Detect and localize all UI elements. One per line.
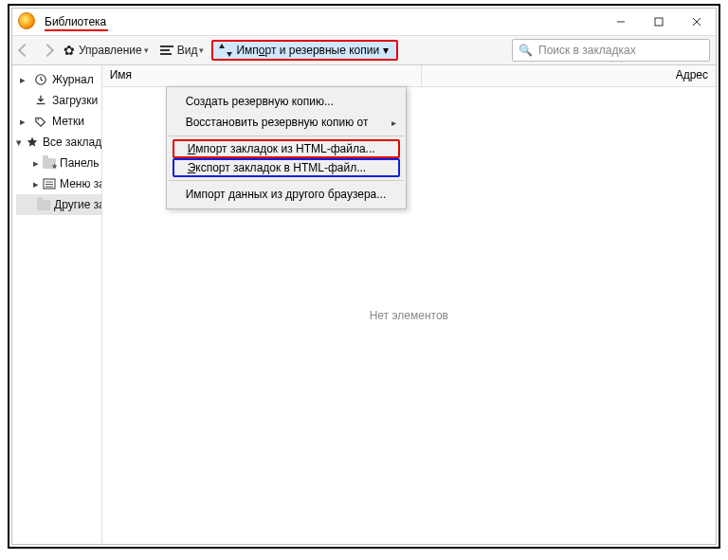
tree-label: Панель закладок [60, 156, 102, 170]
window-title-text: Библиотека [45, 15, 106, 28]
arrow-right-icon [41, 44, 54, 57]
expander-icon[interactable] [16, 75, 29, 85]
search-input[interactable]: 🔍 Поиск в закладках [512, 39, 710, 62]
svg-rect-1 [655, 18, 663, 26]
close-button[interactable] [678, 9, 716, 35]
import-export-icon [219, 44, 232, 57]
window-title: Библиотека [45, 15, 106, 28]
column-name-header[interactable]: Имя [102, 65, 422, 86]
empty-message: Нет элементов [370, 309, 448, 322]
tree-tags[interactable]: Метки [16, 111, 101, 132]
menu-restore-from[interactable]: Восстановить резервную копию от ▸ [167, 112, 406, 133]
maximize-button[interactable] [640, 9, 678, 35]
manage-dropdown[interactable]: ✿ Управление ▾ [60, 39, 153, 62]
expander-icon[interactable] [16, 117, 29, 127]
manage-label: Управление [79, 44, 142, 57]
tree-label: Все закладки [43, 135, 102, 149]
tag-icon [33, 114, 48, 129]
tree-other-bookmarks[interactable]: Другие закладки [16, 194, 101, 215]
import-backup-menu: Создать резервную копию... Восстановить … [166, 86, 407, 209]
tree-label: Метки [52, 115, 84, 128]
minimize-button[interactable] [602, 9, 640, 35]
library-window: Библиотека ✿ Управление ▾ [11, 8, 717, 545]
svg-point-8 [38, 118, 40, 120]
tree-label: Загрузки [52, 94, 98, 107]
menu-export-html[interactable]: Экспорт закладок в HTML-файл... [173, 158, 400, 177]
tree-all-bookmarks[interactable]: Все закладки [16, 132, 101, 153]
folder-star-icon: ★ [43, 155, 56, 171]
menu-import-browser[interactable]: Импорт данных из другого браузера... [167, 184, 406, 205]
annotation-underline [45, 29, 108, 31]
organize-icon [160, 45, 173, 55]
sidebar: Журнал Загрузки Метки [12, 65, 102, 544]
expander-icon[interactable] [33, 179, 39, 190]
svg-line-6 [41, 80, 43, 81]
gear-icon: ✿ [64, 43, 75, 58]
tree-history[interactable]: Журнал [16, 69, 101, 90]
column-headers: Имя Адрес [102, 65, 716, 87]
expander-icon[interactable] [33, 158, 39, 169]
submenu-caret-icon: ▸ [391, 117, 396, 128]
view-label: Вид [177, 44, 198, 57]
menu-import-html[interactable]: Импорт закладок из HTML-файла... [173, 139, 400, 158]
titlebar: Библиотека [12, 9, 716, 36]
menu-separator [169, 135, 404, 136]
history-icon [33, 72, 48, 87]
import-backup-dropdown[interactable]: Импорт и резервные копии ▾ [211, 39, 398, 62]
window-controls [602, 9, 716, 35]
tree-menu-bookmarks[interactable]: Меню закладок [16, 173, 101, 194]
content-panel: Имя Адрес Нет элементов Создать резервну… [102, 65, 716, 544]
view-dropdown[interactable]: Вид ▾ [156, 39, 209, 62]
back-button[interactable] [16, 39, 35, 62]
toolbar: ✿ Управление ▾ Вид ▾ Импорт и резервные … [12, 36, 716, 65]
search-icon: 🔍 [519, 44, 533, 57]
tree-label: Журнал [52, 73, 94, 86]
arrow-left-icon [18, 44, 31, 57]
tree-downloads[interactable]: Загрузки [16, 90, 101, 111]
menu-separator [169, 180, 404, 181]
download-icon [33, 93, 48, 108]
expander-icon[interactable] [16, 137, 22, 148]
tree-toolbar-bookmarks[interactable]: ★ Панель закладок [16, 153, 101, 173]
star-icon [26, 135, 39, 150]
folder-icon [37, 197, 50, 212]
search-placeholder: Поиск в закладках [538, 44, 636, 57]
forward-button[interactable] [39, 39, 56, 62]
menu-create-backup[interactable]: Создать резервную копию... [167, 91, 406, 112]
tree-label: Другие закладки [54, 198, 102, 211]
column-address-header[interactable]: Адрес [422, 65, 716, 86]
folder-list-icon [43, 176, 56, 191]
firefox-icon [18, 12, 37, 31]
tree-label: Меню закладок [60, 177, 102, 190]
